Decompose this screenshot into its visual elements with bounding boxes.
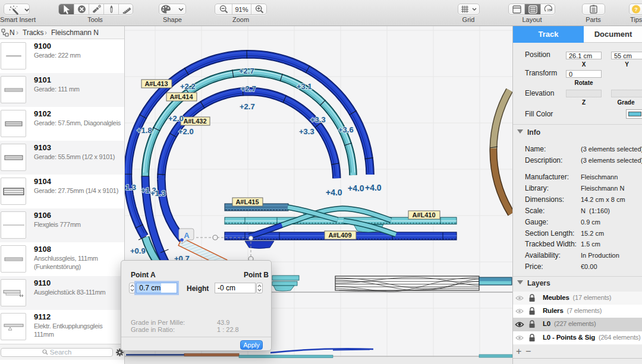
svg-text:+1.3: +1.3 bbox=[150, 189, 166, 198]
svg-text:+0.9: +0.9 bbox=[130, 246, 146, 255]
svg-text:A#L432: A#L432 bbox=[183, 118, 206, 125]
svg-text:A#L409: A#L409 bbox=[328, 232, 351, 239]
svg-text:?: ? bbox=[634, 7, 638, 12]
svg-text:+3.3: +3.3 bbox=[310, 115, 326, 124]
svg-text:+4.0: +4.0 bbox=[326, 188, 342, 197]
svg-text:+2.0: +2.0 bbox=[168, 114, 184, 123]
svg-text:1.3: 1.3 bbox=[125, 183, 136, 192]
svg-text:A#L414: A#L414 bbox=[169, 93, 193, 100]
svg-text:A: A bbox=[184, 231, 190, 240]
svg-text:+3.6: +3.6 bbox=[338, 125, 354, 134]
svg-text:+3.1: +3.1 bbox=[297, 82, 312, 91]
svg-text:+4.0: +4.0 bbox=[348, 183, 364, 193]
svg-text:+3.3: +3.3 bbox=[299, 127, 314, 136]
svg-text:A#L410: A#L410 bbox=[412, 211, 435, 219]
svg-text:A#L413: A#L413 bbox=[144, 80, 168, 87]
svg-text:A#L415: A#L415 bbox=[235, 198, 259, 205]
svg-text:+2.2: +2.2 bbox=[180, 82, 196, 91]
svg-text:+2.7: +2.7 bbox=[241, 84, 256, 93]
svg-text:+4.0: +4.0 bbox=[365, 183, 382, 192]
svg-text:3D: 3D bbox=[547, 8, 552, 12]
svg-text:+1.8: +1.8 bbox=[137, 126, 152, 135]
svg-text:+2.7: +2.7 bbox=[239, 67, 254, 75]
svg-text:+2.7: +2.7 bbox=[240, 102, 255, 111]
svg-text:+2.0: +2.0 bbox=[178, 127, 194, 136]
